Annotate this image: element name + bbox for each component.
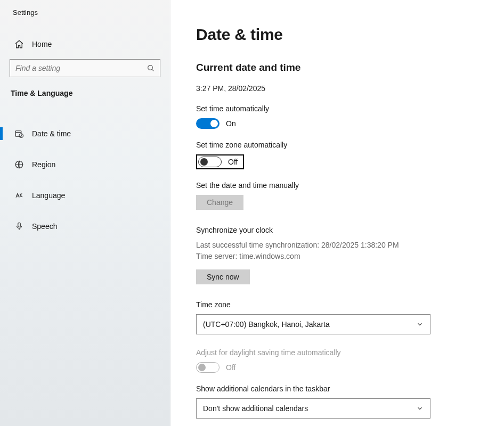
sync-last-value: 28/02/2025 1:38:20 PM	[321, 241, 399, 249]
set-zone-auto-state: Off	[228, 158, 238, 166]
addcal-value: Don't show additional calendars	[203, 404, 308, 413]
calendar-clock-icon	[14, 128, 25, 139]
current-heading: Current date and time	[196, 62, 478, 73]
change-button[interactable]: Change	[196, 195, 243, 210]
sidebar-item-label: Region	[32, 160, 55, 169]
sidebar-item-language[interactable]: Language	[10, 186, 160, 205]
microphone-icon	[14, 221, 25, 232]
current-datetime: 3:27 PM, 28/02/2025	[196, 84, 478, 93]
set-time-auto-label: Set time automatically	[196, 104, 478, 113]
nav-home[interactable]: Home	[10, 35, 160, 54]
sync-info: Last successful time synchronization: 28…	[196, 240, 478, 262]
svg-rect-6	[18, 223, 21, 227]
sidebar-item-label: Date & time	[32, 129, 71, 138]
set-zone-auto-toggle[interactable]	[198, 157, 222, 167]
home-icon	[14, 39, 25, 50]
timezone-dropdown[interactable]: (UTC+07:00) Bangkok, Hanoi, Jakarta	[196, 314, 430, 334]
dst-toggle	[196, 362, 220, 373]
addcal-label: Show additional calendars in the taskbar	[196, 384, 478, 393]
dst-label: Adjust for daylight saving time automati…	[196, 348, 478, 357]
nav-home-label: Home	[32, 40, 52, 48]
chevron-down-icon	[416, 321, 424, 328]
language-icon	[14, 190, 25, 201]
sync-last-label: Last successful time synchronization:	[196, 241, 319, 249]
app-title: Settings	[13, 9, 160, 17]
sidebar-item-date-time[interactable]: Date & time	[10, 124, 160, 143]
sidebar-item-label: Language	[32, 191, 65, 200]
search-icon	[147, 64, 155, 72]
search-input[interactable]	[10, 59, 160, 77]
sidebar-item-label: Speech	[32, 222, 57, 231]
dst-state: Off	[226, 363, 235, 372]
svg-point-0	[148, 65, 153, 70]
set-time-auto-toggle[interactable]	[196, 118, 220, 129]
search-wrap	[10, 59, 160, 77]
timezone-label: Time zone	[196, 300, 478, 309]
svg-line-1	[152, 69, 153, 71]
timezone-value: (UTC+07:00) Bangkok, Hanoi, Jakarta	[203, 320, 330, 329]
sync-heading: Synchronize your clock	[196, 226, 478, 234]
manual-label: Set the date and time manually	[196, 181, 478, 190]
globe-icon	[14, 159, 25, 170]
sync-now-button[interactable]: Sync now	[196, 269, 250, 284]
category-heading: Time & Language	[11, 89, 160, 97]
main-content: Date & time Current date and time 3:27 P…	[170, 0, 504, 426]
sidebar-item-speech[interactable]: Speech	[10, 217, 160, 236]
addcal-dropdown[interactable]: Don't show additional calendars	[196, 398, 430, 419]
chevron-down-icon	[416, 405, 424, 412]
set-zone-auto-highlight: Off	[196, 154, 244, 169]
sidebar: Settings Home Time & Language Date & tim…	[0, 0, 170, 426]
set-time-auto-state: On	[226, 119, 236, 128]
sidebar-item-region[interactable]: Region	[10, 155, 160, 174]
page-title: Date & time	[196, 26, 478, 44]
sync-server-label: Time server:	[196, 252, 237, 260]
sync-server-value: time.windows.com	[239, 252, 300, 260]
set-zone-auto-label: Set time zone automatically	[196, 141, 478, 149]
